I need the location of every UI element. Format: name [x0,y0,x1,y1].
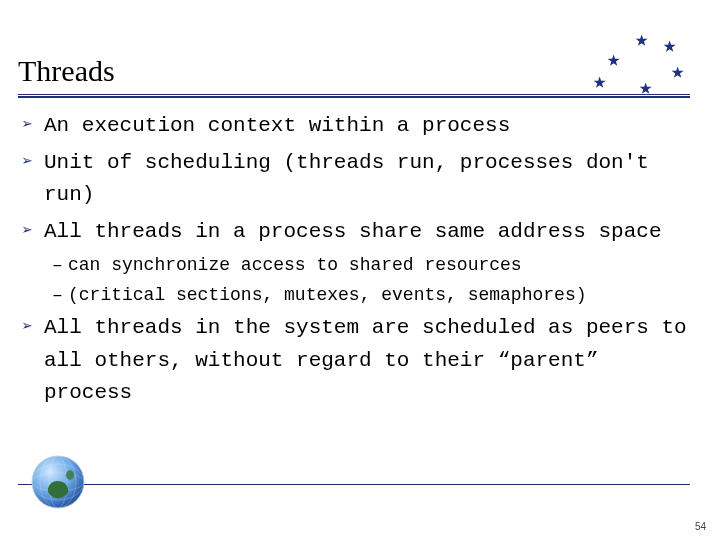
bullet-text: Unit of scheduling (threads run, process… [44,151,649,207]
slide: Threads ★ ★ ★ ★ ★ ★ ➢ An execution conte… [0,0,720,540]
content-area: ➢ An execution context within a process … [22,110,695,414]
arrow-icon: ➢ [22,112,33,140]
bullet-text: can synchronize access to shared resourc… [68,255,522,275]
slide-title: Threads [18,54,115,88]
footer-rule [18,484,690,485]
arrow-icon: ➢ [22,218,33,246]
dash-icon: – [52,252,63,280]
star-icon: ★ [607,50,620,72]
bullet-level1: ➢ All threads in a process share same ad… [22,216,695,249]
star-icon: ★ [663,36,676,58]
bullet-level1: ➢ An execution context within a process [22,110,695,143]
bullet-text: An execution context within a process [44,114,510,137]
star-icon: ★ [635,30,648,52]
bullet-level1: ➢ Unit of scheduling (threads run, proce… [22,147,695,212]
bullet-level2: – (critical sections, mutexes, events, s… [22,282,695,310]
star-icon: ★ [593,72,606,94]
bullet-level2: – can synchronize access to shared resou… [22,252,695,280]
page-number: 54 [695,521,706,532]
bullet-text: (critical sections, mutexes, events, sem… [68,285,586,305]
star-icon: ★ [671,62,684,84]
globe-australia-icon [30,454,86,510]
arrow-icon: ➢ [22,149,33,177]
bullet-text: All threads in the system are scheduled … [44,316,687,404]
title-rule [18,94,690,98]
dash-icon: – [52,282,63,310]
bullet-text: All threads in a process share same addr… [44,220,662,243]
arrow-icon: ➢ [22,314,33,342]
bullet-level1: ➢ All threads in the system are schedule… [22,312,695,410]
